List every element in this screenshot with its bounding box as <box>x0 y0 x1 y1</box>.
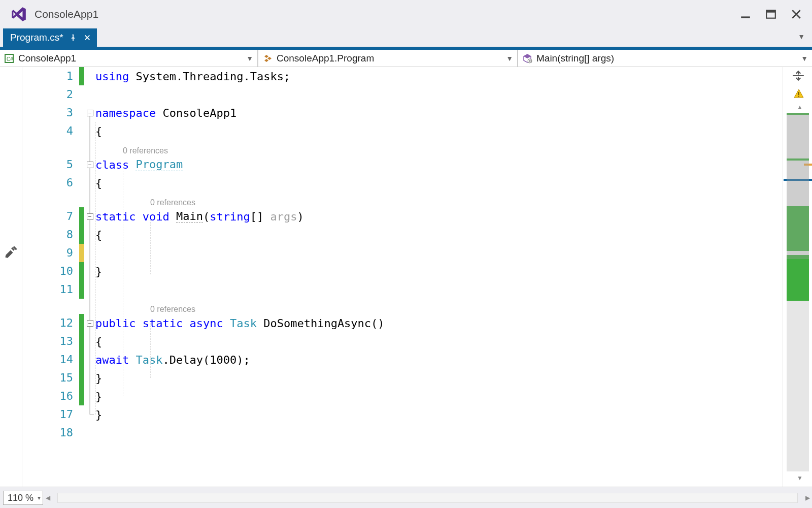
code-line: } <box>95 369 783 387</box>
svg-rect-2 <box>766 10 775 12</box>
hscroll-left-icon[interactable]: ◀ <box>43 494 52 501</box>
svg-rect-0 <box>741 16 750 18</box>
line-number: 12 <box>22 314 73 332</box>
line-number: 2 <box>22 85 73 104</box>
code-line: } <box>95 262 783 280</box>
code-line: { <box>95 174 783 192</box>
line-number: 6 <box>22 174 73 192</box>
line-number: 10 <box>22 262 73 280</box>
line-number: 16 <box>22 387 73 405</box>
nav-class-dropdown[interactable]: ConsoleApp1.Program ▼ <box>258 50 518 67</box>
line-number: 3 <box>22 104 73 122</box>
scroll-up-icon[interactable]: ▲ <box>797 104 803 111</box>
window-title: ConsoleApp1 <box>35 8 740 20</box>
quick-action-icon[interactable] <box>4 245 18 259</box>
chevron-down-icon: ▼ <box>506 54 513 62</box>
line-number: 14 <box>22 351 73 369</box>
editor-bottom-bar: 110 % ◀ ▶ <box>0 487 812 508</box>
chevron-down-icon: ▼ <box>801 54 808 62</box>
code-line <box>95 424 783 442</box>
code-text-area[interactable]: using System.Threading.Tasks; namespace … <box>95 67 783 487</box>
line-number: 18 <box>22 424 73 442</box>
editor-right-rail: ▲ ▼ <box>783 67 812 487</box>
document-tab-label: Program.cs* <box>10 32 63 43</box>
nav-project-label: ConsoleApp1 <box>18 53 76 64</box>
document-tab[interactable]: Program.cs* <box>3 28 97 47</box>
titlebar: ConsoleApp1 <box>0 0 812 28</box>
code-line: } <box>95 405 783 424</box>
method-icon <box>522 53 532 64</box>
line-number: 17 <box>22 405 73 424</box>
code-line: class Program <box>95 155 783 174</box>
chevron-down-icon: ▼ <box>246 54 253 62</box>
line-number: 5 <box>22 155 73 174</box>
warning-icon[interactable] <box>794 88 804 99</box>
svg-rect-6 <box>798 92 799 95</box>
code-line: { <box>95 122 783 140</box>
fold-gutter: − − − − <box>84 67 95 487</box>
code-line <box>95 280 783 299</box>
line-number: 13 <box>22 332 73 351</box>
split-editor-icon[interactable] <box>792 70 805 81</box>
indent-guide <box>150 219 151 274</box>
line-number: 1 <box>22 67 73 85</box>
line-number: 8 <box>22 226 73 244</box>
line-number: 9 <box>22 244 73 262</box>
hscroll-right-icon[interactable]: ▶ <box>803 494 812 501</box>
svg-rect-7 <box>798 96 799 97</box>
glyph-margin <box>0 67 22 487</box>
codelens[interactable]: 0 references <box>95 299 783 314</box>
nav-member-dropdown[interactable]: Main(string[] args) ▼ <box>518 50 812 67</box>
class-icon <box>262 53 273 64</box>
codelens[interactable]: 0 references <box>95 192 783 207</box>
line-number: 11 <box>22 280 73 299</box>
nav-class-label: ConsoleApp1.Program <box>277 53 374 64</box>
indent-guide <box>95 122 96 415</box>
maximize-icon[interactable] <box>765 9 776 20</box>
code-line: { <box>95 332 783 351</box>
scroll-down-icon[interactable]: ▼ <box>797 474 803 482</box>
overview-viewport[interactable] <box>787 113 809 259</box>
code-editor[interactable]: 1 2 3 4 5 6 7 8 9 10 11 12 13 14 15 16 1… <box>0 67 812 487</box>
close-icon[interactable] <box>791 9 802 20</box>
pin-icon[interactable] <box>69 33 78 42</box>
fold-toggle[interactable]: − <box>87 320 93 327</box>
line-number: 4 <box>22 122 73 140</box>
visual-studio-icon <box>10 6 27 23</box>
fold-toggle[interactable]: − <box>87 162 93 168</box>
code-line: await Task.Delay(1000); <box>95 351 783 369</box>
tab-overflow-icon[interactable]: ▼ <box>798 33 805 41</box>
fold-toggle[interactable]: − <box>87 213 93 220</box>
code-line: } <box>95 387 783 405</box>
indent-guide <box>150 323 151 378</box>
line-number: 15 <box>22 369 73 387</box>
zoom-value: 110 % <box>8 493 33 503</box>
tab-close-icon[interactable] <box>83 33 92 42</box>
svg-text:C#: C# <box>7 56 13 62</box>
nav-member-label: Main(string[] args) <box>536 53 614 64</box>
minimize-icon[interactable] <box>740 9 751 20</box>
line-number: 7 <box>22 207 73 226</box>
nav-project-dropdown[interactable]: C# ConsoleApp1 ▼ <box>0 50 258 67</box>
code-line: using System.Threading.Tasks; <box>95 67 783 85</box>
overview-ruler[interactable] <box>787 113 809 471</box>
codelens[interactable]: 0 references <box>95 140 783 155</box>
code-line <box>95 244 783 262</box>
code-line: { <box>95 226 783 244</box>
indent-guide <box>123 171 123 396</box>
line-number-gutter: 1 2 3 4 5 6 7 8 9 10 11 12 13 14 15 16 1… <box>22 67 79 487</box>
navbar: C# ConsoleApp1 ▼ ConsoleApp1.Program ▼ M… <box>0 50 812 67</box>
horizontal-scrollbar[interactable] <box>57 493 798 503</box>
code-line <box>95 85 783 104</box>
code-line: static void Main(string[] args) <box>95 207 783 226</box>
code-line: namespace ConsoleApp1 <box>95 104 783 122</box>
document-tab-row: Program.cs* ▼ <box>0 28 812 50</box>
csharp-project-icon: C# <box>4 53 14 64</box>
fold-toggle[interactable]: − <box>87 110 93 116</box>
zoom-dropdown[interactable]: 110 % <box>3 491 43 505</box>
code-line: public static async Task DoSomethingAsyn… <box>95 314 783 332</box>
change-marker-gutter <box>79 67 84 487</box>
